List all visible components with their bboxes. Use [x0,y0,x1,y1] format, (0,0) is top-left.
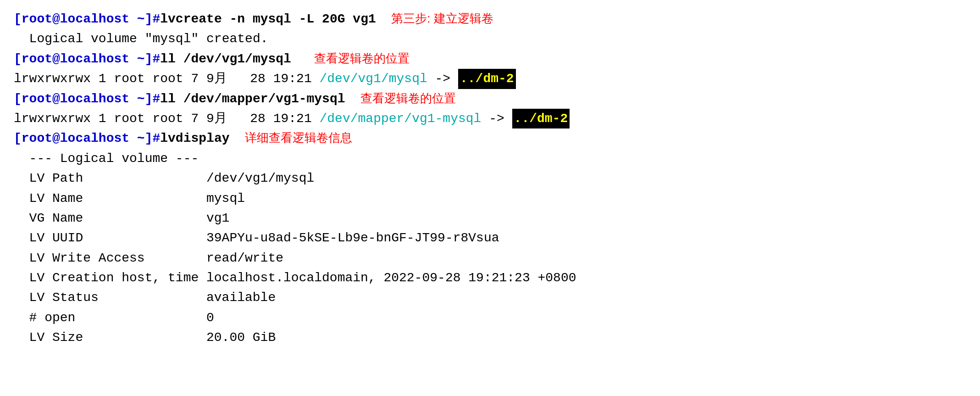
lv-value-2: vg1 [206,208,229,228]
lv-item-3: LV UUID39APYu-u8ad-5kSE-Lb9e-bnGF-JT99-r… [14,228,966,248]
command-line-3: [root@localhost ~]# ll /dev/vg1/mysql 查看… [14,49,966,69]
lv-item-6: LV Statusavailable [14,288,966,307]
output-line-4: lrwxrwxrwx 1 root root 7 9月 28 19:21 /de… [14,69,966,89]
lv-value-4: read/write [206,248,283,268]
output-path-6: /dev/mapper/vg1-mysql [320,109,482,128]
output-line-2: Logical volume "mysql" created. [14,29,966,49]
comment-3: 查看逻辑卷的位置 [314,49,410,67]
output-highlight-4: ../dm-2 [458,69,516,89]
lv-label-3: LV UUID [14,228,206,248]
lv-item-8: LV Size20.00 GiB [14,328,966,347]
lv-label-4: LV Write Access [14,248,206,268]
command-3: ll /dev/vg1/mysql [160,49,291,69]
output-prefix-4: lrwxrwxrwx 1 root root 7 9月 28 19:21 [14,69,320,89]
lv-label-8: LV Size [14,328,206,347]
prompt-1: [root@localhost ~]# [14,9,160,29]
command-5: ll /dev/mapper/vg1-mysql [160,89,345,109]
lv-value-1: mysql [206,189,245,208]
command-7: lvdisplay [160,128,229,148]
prompt-7: [root@localhost ~]# [14,128,160,148]
lv-item-2: VG Namevg1 [14,208,966,228]
lv-item-5: LV Creation host, timelocalhost.localdom… [14,268,966,288]
lv-item-0: LV Path/dev/vg1/mysql [14,168,966,188]
output-arrow-4: -> [427,69,458,89]
lv-value-6: available [206,288,276,307]
output-path-4: /dev/vg1/mysql [320,69,427,89]
lv-value-0: /dev/vg1/mysql [206,168,314,188]
comment-7: 详细查看逻辑卷信息 [245,128,352,147]
prompt-3: [root@localhost ~]# [14,49,160,69]
lv-items: LV Path/dev/vg1/mysql LV Namemysql VG Na… [14,168,966,348]
output-line-6: lrwxrwxrwx 1 root root 7 9月 28 19:21 /de… [14,109,966,128]
lv-label-2: VG Name [14,208,206,228]
lv-label-0: LV Path [14,168,206,188]
command-line-5: [root@localhost ~]# ll /dev/mapper/vg1-m… [14,89,966,109]
lv-item-4: LV Write Accessread/write [14,248,966,268]
lv-value-5: localhost.localdomain, 2022-09-28 19:21:… [206,268,576,288]
output-line-8: --- Logical volume --- [14,149,966,168]
output-prefix-6: lrwxrwxrwx 1 root root 7 9月 28 19:21 [14,109,320,128]
output-highlight-6: ../dm-2 [512,109,570,128]
lv-item-1: LV Namemysql [14,189,966,208]
lv-value-8: 20.00 GiB [206,328,276,347]
prompt-5: [root@localhost ~]# [14,89,160,109]
lv-item-7: # open0 [14,308,966,328]
lv-label-7: # open [14,308,206,328]
output-arrow-6: -> [481,109,512,128]
command-line-1: [root@localhost ~]# lvcreate -n mysql -L… [14,9,966,29]
comment-5: 查看逻辑卷的位置 [360,89,456,107]
command-1: lvcreate -n mysql -L 20G vg1 [160,9,376,29]
lv-value-7: 0 [206,308,214,328]
terminal: [root@localhost ~]# lvcreate -n mysql -L… [14,9,966,348]
command-line-7: [root@localhost ~]# lvdisplay 详细查看逻辑卷信息 [14,128,966,148]
lv-label-1: LV Name [14,189,206,208]
lv-value-3: 39APYu-u8ad-5kSE-Lb9e-bnGF-JT99-r8Vsua [206,228,499,248]
output-text-8: --- Logical volume --- [14,149,199,168]
output-text-2: Logical volume "mysql" created. [14,29,268,49]
lv-label-6: LV Status [14,288,206,307]
comment-1: 第三步: 建立逻辑卷 [391,9,493,28]
lv-label-5: LV Creation host, time [14,268,206,288]
